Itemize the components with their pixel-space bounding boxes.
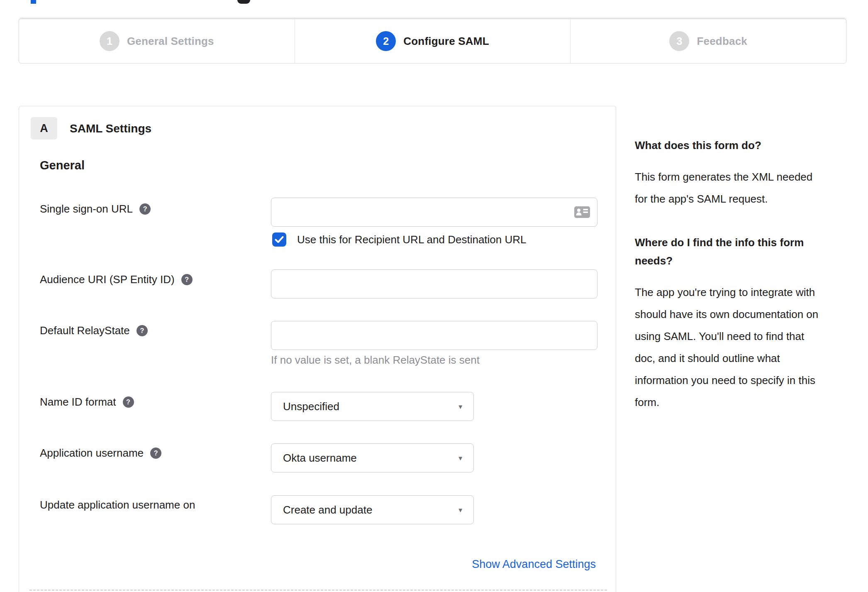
update-username-select[interactable]: Create and update ▼ [271,495,474,524]
step-2-label: Configure SAML [403,35,489,48]
general-section-heading: General [40,159,85,172]
application-username-help-icon[interactable]: ? [150,448,161,459]
recipient-destination-checkbox[interactable] [272,232,286,247]
help-sidebar: What does this form do? This form genera… [635,136,852,413]
cutoff-page-title-fragment [31,0,36,4]
step-1-number-badge: 1 [100,31,119,51]
recipient-destination-checkbox-label: Use this for Recipient URL and Destinati… [297,233,527,246]
relay-state-help-icon[interactable]: ? [137,325,148,336]
update-username-value: Create and update [271,504,372,516]
chevron-down-icon: ▼ [457,403,463,410]
audience-uri-input-wrap [271,269,597,298]
relay-state-input-wrap [271,321,597,350]
step-feedback[interactable]: 3 Feedback [570,19,846,63]
step-1-label: General Settings [127,35,214,48]
wizard-stepper: 1 General Settings 2 Configure SAML 3 Fe… [19,19,846,64]
update-username-label: Update application username on [40,499,195,511]
sso-url-input-wrap [271,198,597,227]
relay-state-input[interactable] [271,321,597,350]
name-id-format-value: Unspecified [271,400,339,413]
audience-uri-label-row: Audience URI (SP Entity ID) ? [40,273,193,286]
section-a-badge: A [31,117,57,139]
check-icon [275,236,284,243]
step-3-number-badge: 3 [669,31,689,51]
sidebar-question-2: Where do I find the info this form needs… [635,233,852,270]
sso-url-help-icon[interactable]: ? [139,203,151,215]
panel-title: SAML Settings [70,122,151,135]
section-divider [29,590,607,591]
name-id-format-help-icon[interactable]: ? [123,396,134,408]
audience-uri-label: Audience URI (SP Entity ID) [40,273,175,286]
step-2-number-badge: 2 [376,31,396,51]
step-general-settings[interactable]: 1 General Settings [19,19,295,63]
application-username-label: Application username [40,447,144,460]
audience-uri-help-icon[interactable]: ? [181,274,193,285]
chevron-down-icon: ▼ [457,455,463,462]
name-id-format-label-row: Name ID format ? [40,396,134,409]
relay-state-hint: If no value is set, a blank RelayState i… [271,354,480,367]
update-username-label-row: Update application username on [40,499,195,511]
application-username-value: Okta username [271,452,357,465]
application-username-label-row: Application username ? [40,447,161,460]
step-3-label: Feedback [697,35,747,48]
sidebar-answer-1: This form generates the XML needed for t… [635,166,852,210]
audience-uri-input[interactable] [271,269,597,298]
name-id-format-select[interactable]: Unspecified ▼ [271,392,474,421]
sidebar-question-1: What does this form do? [635,136,852,154]
chevron-down-icon: ▼ [457,506,463,514]
sso-url-label-row: Single sign-on URL ? [40,203,151,215]
sso-url-label: Single sign-on URL [40,203,133,215]
application-username-select[interactable]: Okta username ▼ [271,443,474,472]
sso-url-input[interactable] [271,198,597,227]
relay-state-label-row: Default RelayState ? [40,324,148,337]
name-id-format-label: Name ID format [40,396,116,409]
saml-settings-panel: A SAML Settings General Single sign-on U… [19,106,616,592]
cutoff-app-logo-fragment [237,0,250,4]
contact-card-icon [574,205,590,219]
relay-state-label: Default RelayState [40,324,130,337]
configure-saml-screen: 1 General Settings 2 Configure SAML 3 Fe… [0,0,868,592]
sso-recipient-checkbox-row: Use this for Recipient URL and Destinati… [272,232,527,247]
sidebar-answer-2: The app you're trying to integrate with … [635,281,852,413]
show-advanced-settings-link[interactable]: Show Advanced Settings [472,558,596,571]
step-configure-saml[interactable]: 2 Configure SAML [295,19,571,63]
